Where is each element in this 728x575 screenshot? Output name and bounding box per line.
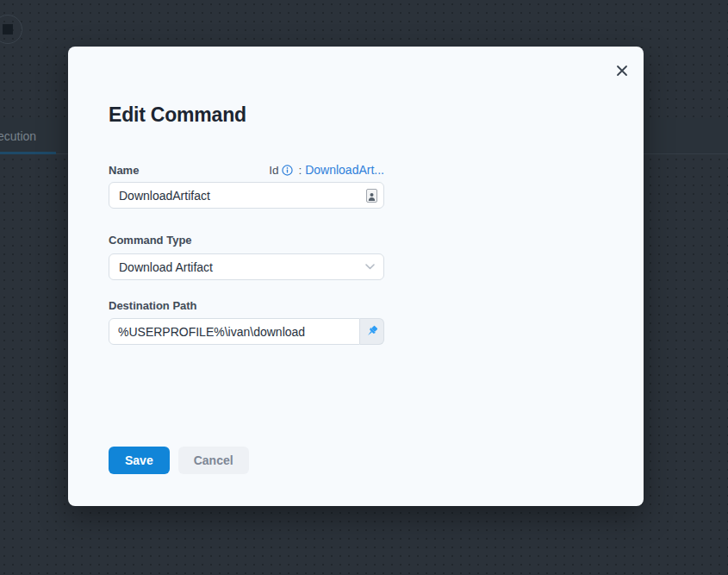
page-title: Edit Command xyxy=(109,103,644,127)
command-id-row: Id : DownloadArt... xyxy=(269,163,384,177)
pin-button[interactable] xyxy=(360,318,384,345)
stop-icon xyxy=(3,24,13,34)
id-label: Id xyxy=(269,164,278,177)
active-tab-underline xyxy=(0,152,56,154)
save-button[interactable]: Save xyxy=(109,447,170,474)
destination-path-label: Destination Path xyxy=(109,299,384,312)
close-button[interactable] xyxy=(613,63,631,80)
destination-path-input[interactable] xyxy=(109,318,360,345)
edit-command-dialog: Edit Command Name Id : DownloadArt... xyxy=(68,47,644,506)
info-icon[interactable] xyxy=(282,165,293,176)
workflow-node[interactable] xyxy=(0,15,22,44)
chevron-down-icon xyxy=(365,264,375,270)
cancel-button[interactable]: Cancel xyxy=(178,447,249,474)
name-input[interactable] xyxy=(109,182,384,209)
command-type-select[interactable]: Download Artifact xyxy=(109,253,384,280)
autofill-icon[interactable] xyxy=(366,189,377,203)
command-type-label: Command Type xyxy=(109,234,384,247)
command-id-link[interactable]: DownloadArt... xyxy=(305,163,384,177)
name-label: Name xyxy=(109,164,139,177)
id-colon: : xyxy=(298,164,302,177)
command-type-value: Download Artifact xyxy=(119,260,213,274)
pin-icon xyxy=(365,325,378,338)
tab-execution[interactable]: ecution xyxy=(0,118,36,154)
close-icon xyxy=(616,65,628,79)
tab-execution-label: ecution xyxy=(0,129,36,143)
